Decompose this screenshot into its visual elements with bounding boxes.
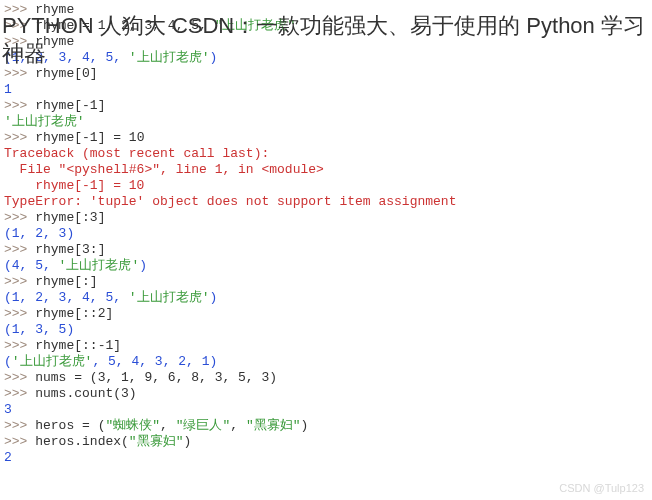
output-token: '上山打老虎'	[12, 354, 93, 369]
output-token: 1	[4, 82, 12, 97]
output-token: (1, 2, 3)	[4, 226, 74, 241]
code-token: "黑寡妇"	[246, 418, 301, 433]
shell-prompt: >>>	[4, 386, 35, 401]
shell-error-line: Traceback (most recent call last):	[4, 146, 648, 162]
output-token: '上山打老虎'	[4, 114, 85, 129]
page-title-overlay: PYTHON 人狗大 CSDN：一款功能强大、易于使用的 Python 学习神器	[0, 12, 652, 68]
shell-prompt: >>>	[4, 98, 35, 113]
shell-prompt: >>>	[4, 370, 35, 385]
shell-prompt: >>>	[4, 210, 35, 225]
shell-output-line: (1, 2, 3, 4, 5, '上山打老虎')	[4, 290, 648, 306]
shell-input-line: >>> rhyme[::-1]	[4, 338, 648, 354]
output-token: (1, 3, 5)	[4, 322, 74, 337]
code-token: ,	[230, 418, 246, 433]
output-token: )	[209, 290, 217, 305]
shell-output-line: (1, 2, 3)	[4, 226, 648, 242]
shell-input-line: >>> rhyme[-1]	[4, 98, 648, 114]
shell-prompt: >>>	[4, 242, 35, 257]
shell-input-line: >>> nums.count(3)	[4, 386, 648, 402]
shell-prompt: >>>	[4, 434, 35, 449]
error-text: TypeError: 'tuple' object does not suppo…	[4, 194, 456, 209]
code-token: )	[300, 418, 308, 433]
shell-output-line: '上山打老虎'	[4, 114, 648, 130]
shell-output-line: 2	[4, 450, 648, 466]
shell-input-line: >>> rhyme[-1] = 10	[4, 130, 648, 146]
output-token: (4, 5,	[4, 258, 59, 273]
code-token: "黑寡妇"	[129, 434, 184, 449]
code-text: rhyme[-1] = 10	[35, 130, 144, 145]
shell-prompt: >>>	[4, 418, 35, 433]
shell-output-line: (1, 3, 5)	[4, 322, 648, 338]
shell-input-line: >>> nums = (3, 1, 9, 6, 8, 3, 5, 3)	[4, 370, 648, 386]
code-text: rhyme[::-1]	[35, 338, 121, 353]
code-token: ,	[160, 418, 176, 433]
python-shell[interactable]: >>> rhyme>>> rhyme = 1, 2, 3, 4, 5, "上山打…	[0, 0, 652, 468]
code-text: nums = (3, 1, 9, 6, 8, 3, 5, 3)	[35, 370, 277, 385]
code-text: rhyme[::2]	[35, 306, 113, 321]
shell-input-line: >>> rhyme[:]	[4, 274, 648, 290]
output-token: (	[4, 354, 12, 369]
shell-prompt: >>>	[4, 338, 35, 353]
code-token: )	[183, 434, 191, 449]
shell-input-line: >>> rhyme[3:]	[4, 242, 648, 258]
output-token: 2	[4, 450, 12, 465]
output-token: )	[139, 258, 147, 273]
shell-error-line: TypeError: 'tuple' object does not suppo…	[4, 194, 648, 210]
shell-input-line: >>> rhyme[::2]	[4, 306, 648, 322]
code-text: rhyme[-1]	[35, 98, 105, 113]
shell-output-line: (4, 5, '上山打老虎')	[4, 258, 648, 274]
output-token: '上山打老虎'	[59, 258, 140, 273]
shell-input-line: >>> heros = ("蜘蛛侠", "绿巨人", "黑寡妇")	[4, 418, 648, 434]
shell-prompt: >>>	[4, 306, 35, 321]
code-text: rhyme[3:]	[35, 242, 105, 257]
shell-input-line: >>> rhyme[:3]	[4, 210, 648, 226]
code-token: "蜘蛛侠"	[105, 418, 160, 433]
code-text: rhyme[0]	[35, 66, 97, 81]
output-token: , 5, 4, 3, 2, 1)	[92, 354, 217, 369]
shell-prompt: >>>	[4, 130, 35, 145]
shell-prompt: >>>	[4, 66, 35, 81]
code-token: "绿巨人"	[176, 418, 231, 433]
shell-output-line: 3	[4, 402, 648, 418]
shell-prompt: >>>	[4, 274, 35, 289]
error-text: rhyme[-1] = 10	[4, 178, 144, 193]
shell-output-line: 1	[4, 82, 648, 98]
shell-output-line: ('上山打老虎', 5, 4, 3, 2, 1)	[4, 354, 648, 370]
code-token: heros = (	[35, 418, 105, 433]
code-token: heros.index(	[35, 434, 129, 449]
output-token: 3	[4, 402, 12, 417]
error-text: Traceback (most recent call last):	[4, 146, 269, 161]
output-token: (1, 2, 3, 4, 5,	[4, 290, 129, 305]
output-token: '上山打老虎'	[129, 290, 210, 305]
shell-error-line: File "<pyshell#6>", line 1, in <module>	[4, 162, 648, 178]
error-text: File "<pyshell#6>", line 1, in <module>	[4, 162, 324, 177]
shell-input-line: >>> rhyme[0]	[4, 66, 648, 82]
code-text: nums.count(3)	[35, 386, 136, 401]
shell-error-line: rhyme[-1] = 10	[4, 178, 648, 194]
code-text: rhyme[:3]	[35, 210, 105, 225]
shell-input-line: >>> heros.index("黑寡妇")	[4, 434, 648, 450]
code-text: rhyme[:]	[35, 274, 97, 289]
csdn-watermark: CSDN @Tulp123	[559, 480, 644, 496]
